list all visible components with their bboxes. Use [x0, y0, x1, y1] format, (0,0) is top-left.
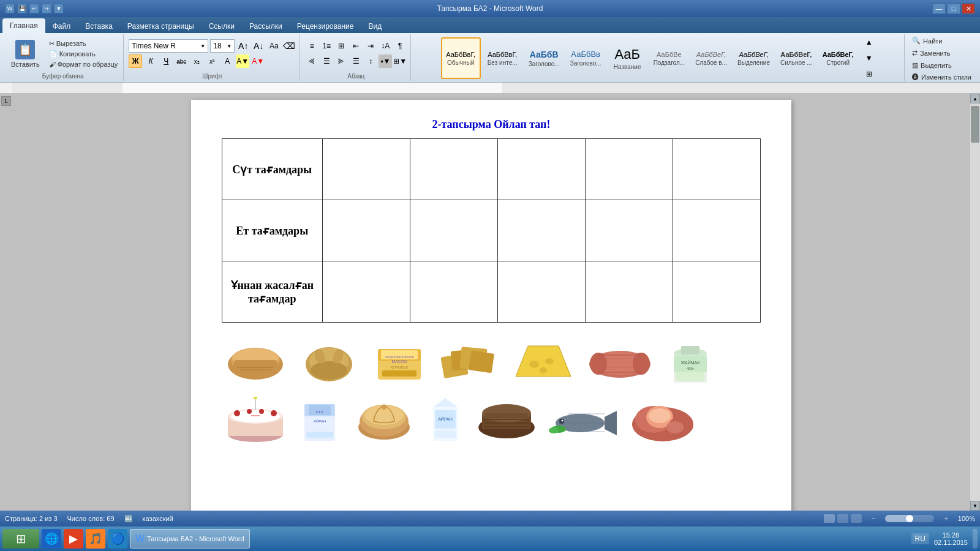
full-screen-button[interactable]	[837, 514, 848, 523]
grow-font-button[interactable]: A↑	[236, 39, 250, 53]
taskbar-show-desktop[interactable]	[973, 529, 978, 549]
zoom-in-button[interactable]: +	[944, 515, 948, 522]
format-painter-button[interactable]: 🖌 Формат по образцу	[47, 60, 120, 69]
table-cell-1-2[interactable]	[410, 139, 497, 200]
taskbar-media-icon[interactable]: ▶	[64, 529, 83, 549]
align-center-button[interactable]: ☰	[320, 54, 333, 68]
zoom-slider[interactable]	[885, 515, 934, 522]
tab-page-layout[interactable]: Разметка страницы	[120, 20, 202, 33]
save-icon[interactable]: 💾	[17, 4, 27, 13]
zoom-thumb[interactable]	[906, 515, 913, 522]
replace-button[interactable]: ⇄ Заменить	[910, 48, 974, 58]
tab-review[interactable]: Рецензирование	[290, 20, 361, 33]
sort-button[interactable]: ↕A	[379, 39, 392, 53]
zoom-out-button[interactable]: −	[872, 515, 875, 522]
shrink-font-button[interactable]: A↓	[252, 39, 265, 53]
svg-rect-80	[485, 413, 528, 418]
tab-file[interactable]: Файл	[45, 20, 78, 33]
table-cell-3-5[interactable]	[673, 261, 760, 323]
tab-mailings[interactable]: Рассылки	[242, 20, 290, 33]
table-cell-1-3[interactable]	[497, 139, 585, 200]
taskbar-ie-icon[interactable]: 🌐	[42, 529, 61, 549]
font-color-button[interactable]: A▼	[251, 54, 265, 68]
text-effect-button[interactable]: A	[221, 54, 234, 68]
table-cell-1-1[interactable]	[322, 139, 410, 200]
decrease-indent-button[interactable]: ⇤	[349, 39, 363, 53]
taskbar-music-icon[interactable]: 🎵	[86, 529, 105, 549]
scroll-up-button[interactable]: ▲	[970, 94, 980, 103]
align-left-button[interactable]: ⫷	[305, 54, 318, 68]
font-size-dropdown[interactable]: 18 ▼	[210, 39, 235, 53]
start-button[interactable]: ⊞	[2, 529, 39, 549]
table-cell-2-1[interactable]	[322, 200, 410, 261]
maximize-button[interactable]: □	[947, 3, 960, 14]
line-spacing-button[interactable]: ↕	[364, 54, 377, 68]
tab-insert[interactable]: Вставка	[78, 20, 120, 33]
table-cell-3-1[interactable]	[322, 261, 410, 323]
doc-left-icon[interactable]: L	[1, 96, 11, 106]
table-cell-2-3[interactable]	[497, 200, 585, 261]
underline-button[interactable]: Ч	[159, 54, 173, 68]
print-layout-button[interactable]	[824, 514, 835, 523]
table-cell-3-4[interactable]	[585, 261, 673, 323]
table-cell-2-2[interactable]	[410, 200, 497, 261]
styles-more[interactable]: ⊞	[862, 67, 876, 81]
scroll-down-button[interactable]: ▼	[970, 501, 980, 511]
font-name-dropdown[interactable]: Times New R ▼	[129, 39, 208, 53]
tab-references[interactable]: Ссылки	[202, 20, 242, 33]
minimize-button[interactable]: —	[932, 3, 946, 14]
tab-view[interactable]: Вид	[361, 20, 389, 33]
justify-button[interactable]: ☰	[349, 54, 363, 68]
redo-icon[interactable]: ↪	[42, 4, 51, 13]
find-button[interactable]: 🔍 Найти	[910, 36, 974, 46]
style-emphasis[interactable]: АаБбВеГ, Выделение	[733, 37, 774, 79]
table-cell-2-5[interactable]	[673, 200, 760, 261]
undo-icon[interactable]: ↩	[29, 4, 39, 13]
style-title[interactable]: АаБ Название	[608, 37, 647, 79]
table-cell-3-2[interactable]	[410, 261, 497, 323]
subscript-button[interactable]: x₂	[190, 54, 203, 68]
multilevel-list-button[interactable]: ⊞	[334, 39, 348, 53]
taskbar-chrome-icon[interactable]: 🔵	[108, 529, 127, 549]
bold-button[interactable]: Ж	[129, 54, 142, 68]
style-intense[interactable]: АаБбВеГ, Сильное ...	[776, 37, 816, 79]
italic-button[interactable]: К	[144, 54, 157, 68]
table-cell-1-5[interactable]	[673, 139, 760, 200]
cut-button[interactable]: ✂ Вырезать	[47, 39, 120, 48]
styles-scroll-up[interactable]: ▲	[862, 36, 876, 49]
scroll-thumb[interactable]	[971, 106, 979, 143]
copy-button[interactable]: 📄 Копировать	[47, 50, 120, 59]
style-heading2[interactable]: АаБбВв Заголово...	[566, 37, 606, 79]
tab-home[interactable]: Главная	[2, 18, 45, 33]
show-marks-button[interactable]: ¶	[393, 39, 407, 53]
style-strong[interactable]: АаБбВеГ, Строгий	[818, 37, 858, 79]
web-view-button[interactable]	[851, 514, 862, 523]
style-normal[interactable]: АаБбВвГ, Обычный	[441, 37, 481, 79]
style-subtitle[interactable]: АаБбВе Подзагол...	[649, 37, 689, 79]
select-button[interactable]: ▧ Выделить	[910, 60, 974, 70]
align-right-button[interactable]: ⫸	[334, 54, 348, 68]
style-heading1[interactable]: АаБбВ Заголово...	[524, 37, 564, 79]
style-subtle-emphasis[interactable]: АаБбВеГ, Слабое в...	[691, 37, 731, 79]
shading-button[interactable]: ▪▼	[379, 54, 392, 68]
close-button[interactable]: ✕	[962, 3, 975, 14]
table-cell-3-3[interactable]	[497, 261, 585, 323]
change-styles-button[interactable]: 🅐 Изменить стили	[910, 72, 974, 82]
table-cell-1-4[interactable]	[585, 139, 673, 200]
superscript-button[interactable]: x²	[205, 54, 219, 68]
change-case-button[interactable]: Aa	[267, 39, 281, 53]
borders-button[interactable]: ⊞▼	[393, 54, 407, 68]
dropdown-icon[interactable]: ▼	[54, 4, 64, 13]
clear-format-button[interactable]: ⌫	[282, 39, 296, 53]
strikethrough-button[interactable]: abc	[175, 54, 188, 68]
numbering-button[interactable]: 1≡	[320, 39, 333, 53]
increase-indent-button[interactable]: ⇥	[364, 39, 377, 53]
styles-scroll-down[interactable]: ▼	[862, 51, 876, 65]
highlight-button[interactable]: A▼	[236, 54, 249, 68]
taskbar-language[interactable]: RU	[911, 533, 929, 544]
table-cell-2-4[interactable]	[585, 200, 673, 261]
style-no-spacing[interactable]: АаБбВвГ, Без инте...	[483, 37, 522, 79]
paste-button[interactable]: 📋 Вставить	[6, 37, 45, 70]
taskbar-word-window[interactable]: W Тапсырма БА2 - Microsoft Word	[130, 529, 250, 549]
bullets-button[interactable]: ≡	[305, 39, 318, 53]
